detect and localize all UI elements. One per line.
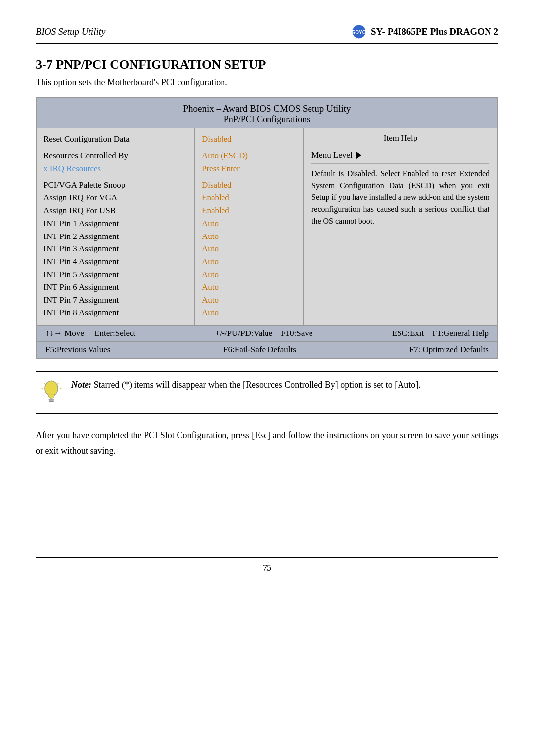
config-value: Press Enter	[202, 163, 296, 175]
bios-title: Phoenix – Award BIOS CMOS Setup Utility …	[37, 98, 497, 128]
list-item: Assign IRQ For VGA	[44, 192, 187, 204]
after-paragraph: After you have completed the PCI Slot Co…	[36, 428, 498, 458]
list-item: PCI/VGA Palette Snoop	[44, 179, 187, 191]
svg-rect-3	[48, 399, 54, 401]
note-box: Note: Starred (*) items will disappear w…	[36, 371, 498, 414]
list-item: Reset Configuration Data	[44, 133, 187, 145]
nav-arrows: ↑↓→	[45, 329, 62, 338]
config-value: Enabled	[202, 192, 296, 204]
config-value: Auto	[202, 231, 296, 242]
menu-level-label: Menu Level	[312, 150, 353, 160]
svg-rect-4	[49, 401, 53, 402]
menu-level-row: Menu Level	[312, 150, 490, 164]
bios-body: Reset Configuration Data Resources Contr…	[37, 128, 497, 325]
svg-line-7	[57, 383, 59, 384]
config-value: Auto	[202, 218, 296, 230]
list-item: x IRQ Resources	[44, 163, 187, 175]
bios-left-column: Reset Configuration Data Resources Contr…	[37, 128, 195, 325]
list-item: INT Pin 8 Assignment	[44, 307, 187, 319]
bios-nav-row2: F5:Previous Values F6:Fail-Safe Defaults…	[37, 342, 497, 358]
nav-move: ↑↓→ Move Enter:Select	[45, 329, 135, 338]
config-value: Auto	[202, 243, 296, 255]
note-label: Note:	[71, 380, 91, 390]
list-item: INT Pin 6 Assignment	[44, 282, 187, 293]
list-item: INT Pin 5 Assignment	[44, 269, 187, 281]
bios-bottom-bar: ↑↓→ Move Enter:Select +/-/PU/PD:Value F1…	[37, 325, 497, 358]
svg-line-6	[44, 383, 45, 384]
item-help-title: Item Help	[312, 133, 490, 146]
note-text: Note: Starred (*) items will disappear w…	[71, 378, 421, 392]
list-item: INT Pin 7 Assignment	[44, 294, 187, 306]
bios-setup-box: Phoenix – Award BIOS CMOS Setup Utility …	[36, 97, 498, 359]
config-value: Disabled	[202, 179, 296, 191]
svg-text:SOYO: SOYO	[352, 30, 366, 35]
note-content: Starred (*) items will disappear when th…	[93, 380, 420, 390]
list-item: INT Pin 1 Assignment	[44, 218, 187, 230]
bios-help-column: Item Help Menu Level Default is Disabled…	[304, 128, 497, 325]
config-value: Disabled	[202, 133, 296, 145]
nav-f7: F7: Optimized Defaults	[409, 345, 489, 355]
header-left: BIOS Setup Utility	[36, 26, 105, 37]
svg-point-2	[45, 381, 58, 396]
config-value: Auto	[202, 282, 296, 293]
bios-nav-row1: ↑↓→ Move Enter:Select +/-/PU/PD:Value F1…	[37, 326, 497, 342]
bios-title-main: Phoenix – Award BIOS CMOS Setup Utility	[37, 103, 497, 114]
nav-esc: ESC:Exit F1:General Help	[392, 329, 489, 338]
nav-f6: F6:Fail-Safe Defaults	[223, 345, 296, 355]
header-right-text: SY- P4I865PE Plus DRAGON 2	[371, 26, 498, 37]
config-value: Auto	[202, 256, 296, 268]
soyo-logo-icon: SOYO	[351, 24, 367, 40]
list-item: Resources Controlled By	[44, 150, 187, 162]
lightbulb-icon	[40, 378, 63, 406]
config-value: Auto	[202, 294, 296, 306]
help-text: Default is Disabled. Select Enabled to r…	[312, 168, 490, 227]
section-heading: 3-7 PNP/PCI CONFIGURATION SETUP	[36, 57, 498, 72]
header-right: SOYO SY- P4I865PE Plus DRAGON 2	[351, 24, 498, 40]
page-number: 75	[36, 557, 498, 573]
list-item: Assign IRQ For USB	[44, 205, 187, 217]
section-intro: This option sets the Motherboard's PCI c…	[36, 77, 498, 88]
page-footer: 75	[36, 557, 498, 573]
list-item: INT Pin 3 Assignment	[44, 243, 187, 255]
bios-center-column: Disabled Auto (ESCD) Press Enter Disable…	[195, 128, 304, 325]
config-value: Enabled	[202, 205, 296, 217]
config-value: Auto	[202, 269, 296, 281]
list-item: INT Pin 2 Assignment	[44, 231, 187, 242]
arrow-right-icon	[356, 152, 361, 159]
config-value: Auto (ESCD)	[202, 150, 296, 162]
list-item: INT Pin 4 Assignment	[44, 256, 187, 268]
nav-value: +/-/PU/PD:Value F10:Save	[215, 329, 313, 338]
page-header: BIOS Setup Utility SOYO SY- P4I865PE Plu…	[36, 24, 498, 44]
bios-title-sub: PnP/PCI Configurations	[37, 114, 497, 125]
config-value: Auto	[202, 307, 296, 319]
nav-f5: F5:Previous Values	[45, 345, 110, 355]
